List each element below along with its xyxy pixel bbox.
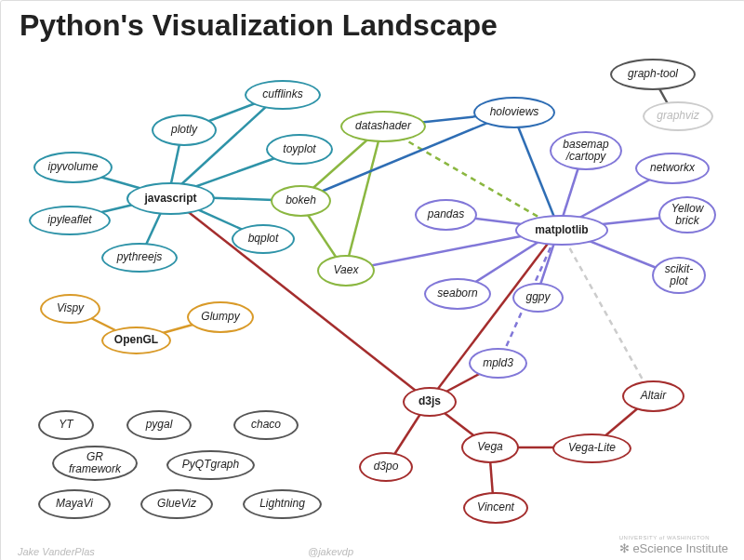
- node-vega: Vega: [461, 432, 519, 463]
- svg-line-27: [168, 196, 429, 401]
- node-pyqtgraph: PyQTgraph: [166, 450, 255, 480]
- node-d3po: d3po: [359, 452, 413, 482]
- node-bqplot: bqplot: [232, 224, 295, 254]
- node-vispy: Vispy: [40, 294, 100, 324]
- node-mayavi: MayaVi: [38, 489, 111, 519]
- node-cufflinks: cufflinks: [245, 80, 321, 110]
- node-networkx: networkx: [635, 153, 710, 184]
- node-lightning: Lightning: [243, 489, 322, 519]
- node-scikitplot: scikit- plot: [652, 257, 706, 294]
- node-pythreejs: pythreejs: [101, 243, 178, 273]
- attrib-institute: UNIVERSITY of WASHINGTON ✻ eScience Inst…: [619, 531, 728, 555]
- node-chaco: chaco: [233, 410, 299, 440]
- node-vegalite: Vega-Lite: [552, 433, 631, 463]
- attrib-author: Jake VanderPlas: [18, 546, 95, 557]
- node-yt: YT: [38, 410, 94, 440]
- svg-line-10: [345, 127, 382, 271]
- node-altair: Altair: [622, 380, 684, 412]
- attrib-handle: @jakevdp: [308, 546, 353, 557]
- svg-line-15: [512, 113, 559, 229]
- node-bokeh: bokeh: [271, 185, 331, 217]
- svg-line-35: [559, 229, 652, 396]
- node-toyplot: toyplot: [266, 134, 333, 165]
- node-mpld3: mpld3: [469, 348, 527, 379]
- node-graphviz: graphviz: [643, 101, 713, 131]
- diagram-stage: Python's Visualization Landscape: [0, 0, 744, 560]
- node-graphtool: graph-tool: [610, 59, 696, 90]
- node-plotly: plotly: [152, 114, 217, 146]
- node-gr: GR framework: [52, 446, 138, 481]
- node-vincent: Vincent: [463, 492, 528, 524]
- node-glumpy: Glumpy: [187, 301, 254, 333]
- hub-javascript: javascript: [126, 182, 215, 215]
- hub-d3js: d3js: [403, 387, 457, 417]
- node-seaborn: seaborn: [424, 278, 491, 310]
- node-basemap: basemap /cartopy: [550, 131, 622, 170]
- hub-matplotlib: matplotlib: [515, 215, 608, 246]
- node-holoviews: holoviews: [473, 97, 555, 128]
- node-glueviz: GlueViz: [140, 489, 213, 519]
- node-pygal: pygal: [126, 410, 192, 440]
- node-vaex: Vaex: [317, 255, 375, 287]
- node-ipyleaflet: ipyleaflet: [29, 206, 111, 235]
- hub-opengl: OpenGL: [101, 327, 171, 354]
- node-yellowbrick: Yellow brick: [658, 196, 716, 233]
- node-datashader: datashader: [340, 111, 426, 142]
- node-pandas: pandas: [415, 199, 477, 231]
- node-ggpy: ggpy: [512, 283, 564, 313]
- node-ipyvolume: ipyvolume: [33, 152, 113, 183]
